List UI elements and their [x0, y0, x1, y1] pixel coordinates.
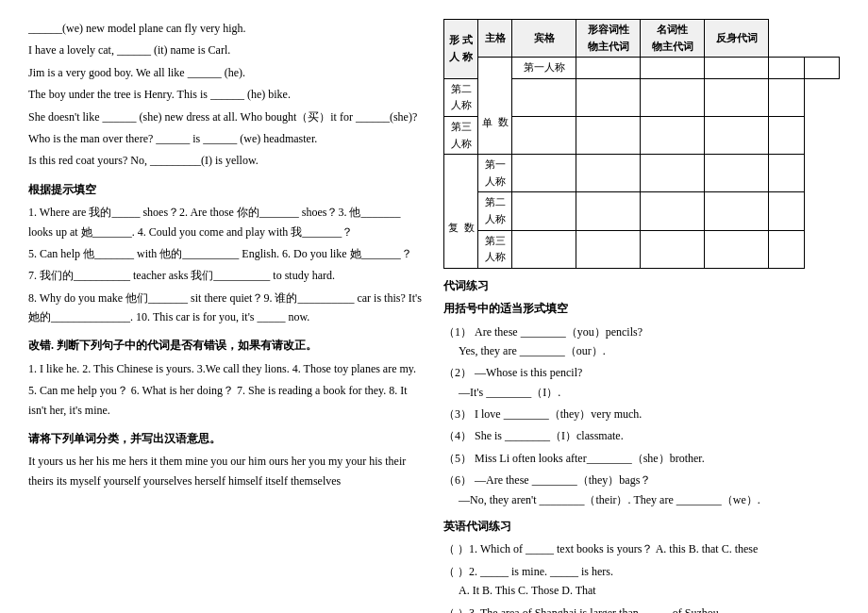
section2-line-2: 5. Can me help you？ 6. What is her doing…: [28, 381, 425, 420]
fill-section-title: 用括号中的适当形式填空: [443, 299, 840, 318]
intro-line-3: Jim is a very good boy. We all like ____…: [28, 63, 425, 82]
cell-1p-ref: [769, 155, 804, 192]
cell-3p-noun: [705, 230, 769, 268]
plural-label: 复数: [444, 155, 478, 269]
fill-item-6-sub: —No, they aren't ________（their）. They a…: [459, 493, 760, 506]
english-practice-title: 英语代词练习: [443, 517, 840, 536]
cell-2p-adj: [641, 192, 705, 230]
pronoun-table: 形 式人 称 主格 宾格 形容词性物主代词 名词性物主代词 反身代词 单数 第一…: [443, 19, 840, 269]
cell-2p-noun: [705, 192, 769, 230]
cell-1p-sub: [512, 155, 576, 192]
left-column: ______(we) new model plane can fly very …: [28, 19, 425, 613]
table-header-reflexive: 反身代词: [705, 20, 769, 58]
fill-item-4-text: She is ________（I）classmate.: [475, 429, 624, 442]
fill-item-3: （3） I love ________（they）very much.: [443, 405, 840, 423]
section2-title: 改错. 判断下列句子中的代词是否有错误，如果有请改正。: [28, 336, 425, 355]
intro-line-1: ______(we) new model plane can fly very …: [28, 19, 425, 38]
fill-item-2-num: （2）: [443, 366, 472, 379]
person-2nd-plural: 第二人称: [478, 192, 512, 230]
pronoun-practice-title: 代词练习: [443, 276, 840, 295]
choice-1-num: （ ）1.: [443, 542, 477, 555]
fill-item-6: （6） —Are these ________（they）bags？ —No, …: [443, 471, 840, 509]
fill-item-1-num: （1）: [443, 325, 472, 339]
intro-line-4: The boy under the tree is Henry. This is…: [28, 85, 425, 104]
section1-line-2: 5. Can help 他_______ with 他的__________ E…: [28, 244, 425, 263]
section1-title: 根据提示填空: [28, 180, 425, 199]
person-1st-singular: 第一人称: [512, 58, 576, 79]
fill-item-5-text: Miss Li often looks after________（she）br…: [475, 452, 705, 465]
section2-line-1: 1. I like he. 2. This Chinese is yours. …: [28, 359, 425, 378]
cell-3s-sub: [512, 116, 576, 154]
fill-item-5: （5） Miss Li often looks after________（sh…: [443, 449, 840, 468]
choice-item-1: （ ）1. Which of _____ text books is yours…: [443, 539, 840, 558]
choice-1-text: Which of _____ text books is yours？: [480, 542, 653, 555]
page-container: ______(we) new model plane can fly very …: [28, 19, 840, 613]
cell-3p-sub: [512, 230, 576, 268]
cell-2p-sub: [512, 192, 576, 230]
choice-1-choices: A. this B. that C. these: [656, 542, 759, 555]
cell-3s-obj: [576, 116, 641, 154]
fill-item-4-num: （4）: [443, 429, 472, 442]
cell-3s-adj: [641, 116, 705, 154]
cell-2p-obj: [576, 192, 641, 230]
fill-item-1-sub: Yes, they are ________（our）.: [459, 344, 606, 357]
table-header-noun-poss: 名词性物主代词: [641, 20, 705, 58]
pronoun-table-section: 形 式人 称 主格 宾格 形容词性物主代词 名词性物主代词 反身代词 单数 第一…: [443, 19, 840, 269]
fill-item-3-num: （3）: [443, 407, 472, 421]
intro-line-2: I have a lovely cat, ______ (it) name is…: [28, 41, 425, 59]
cell-1p-adj: [641, 155, 705, 192]
fill-item-2: （2） —Whose is this pencil? —It's _______…: [443, 363, 840, 402]
cell-1s-noun: [769, 58, 804, 79]
person-1st-plural: 第一人称: [478, 155, 512, 192]
fill-item-6-text: —Are these ________（they）bags？: [475, 473, 651, 487]
section1: 根据提示填空 1. Where are 我的_____ shoes？2. Are…: [28, 180, 425, 327]
cell-2s-noun: [705, 78, 769, 116]
fill-item-4: （4） She is ________（I）classmate.: [443, 426, 840, 445]
section2: 改错. 判断下列句子中的代词是否有错误，如果有请改正。 1. I like he…: [28, 336, 425, 420]
cell-3s-ref: [769, 116, 804, 154]
cell-2s-adj: [641, 78, 705, 116]
table-header-subject: 主格: [478, 20, 512, 58]
fill-item-1-text: Are these ________（you）pencils?: [475, 325, 643, 339]
cell-3p-adj: [641, 230, 705, 268]
cell-1p-noun: [705, 155, 769, 192]
intro-section: ______(we) new model plane can fly very …: [28, 19, 425, 171]
cell-2s-obj: [576, 78, 641, 116]
fill-item-1: （1） Are these ________（you）pencils? Yes,…: [443, 323, 840, 361]
table-header-adj-poss: 形容词性物主代词: [576, 20, 641, 58]
choice-item-2: （ ）2. _____ is mine. _____ is hers. A. I…: [443, 562, 840, 601]
person-3rd-singular: 第三人称: [444, 116, 478, 154]
section1-line-1: 1. Where are 我的_____ shoes？2. Are those …: [28, 203, 425, 241]
fill-item-3-text: I love ________（they）very much.: [475, 407, 642, 421]
cell-1s-sub: [576, 58, 641, 79]
cell-1s-ref: [804, 58, 839, 79]
section3: 请将下列单词分类，并写出汉语意思。 It yours us her his me…: [28, 429, 425, 490]
choice-item-3: （ ）3. The area of Shanghai is larger tha…: [443, 604, 840, 613]
cell-1p-obj: [576, 155, 641, 192]
cell-3s-noun: [705, 116, 769, 154]
english-practice-section: 英语代词练习 （ ）1. Which of _____ text books i…: [443, 517, 840, 613]
person-2nd-singular: 第二人称: [444, 78, 478, 116]
cell-3p-ref: [769, 230, 804, 268]
cell-2s-sub: [512, 78, 576, 116]
fill-section: 用括号中的适当形式填空 （1） Are these ________（you）p…: [443, 299, 840, 509]
fill-item-2-text: —Whose is this pencil?: [475, 366, 582, 379]
person-3rd-plural: 第三人称: [478, 230, 512, 268]
fill-item-5-num: （5）: [443, 452, 472, 465]
cell-2p-ref: [769, 192, 804, 230]
section1-line-4: 8. Why do you make 他们_______ sit there q…: [28, 289, 425, 327]
cell-3p-obj: [576, 230, 641, 268]
section1-line-3: 7. 我们的__________ teacher asks 我们________…: [28, 266, 425, 285]
right-column: 形 式人 称 主格 宾格 形容词性物主代词 名词性物主代词 反身代词 单数 第一…: [443, 19, 840, 613]
fill-item-2-sub: —It's ________（I）.: [459, 386, 560, 399]
table-header-form: 形 式人 称: [444, 20, 478, 79]
choice-2-num: （ ）2.: [443, 565, 477, 578]
singular-label: 单数: [478, 58, 512, 155]
intro-line-5: She doesn't like ______ (she) new dress …: [28, 108, 425, 126]
intro-line-7: Is this red coat yours? No, _________(I)…: [28, 151, 425, 170]
fill-item-6-num: （6）: [443, 473, 472, 487]
cell-2s-ref: [769, 78, 804, 116]
table-header-object: 宾格: [512, 20, 576, 58]
section3-words: It yours us her his me hers it them mine…: [28, 452, 425, 490]
choice-3-text: The area of Shanghai is larger than ____…: [480, 606, 722, 613]
